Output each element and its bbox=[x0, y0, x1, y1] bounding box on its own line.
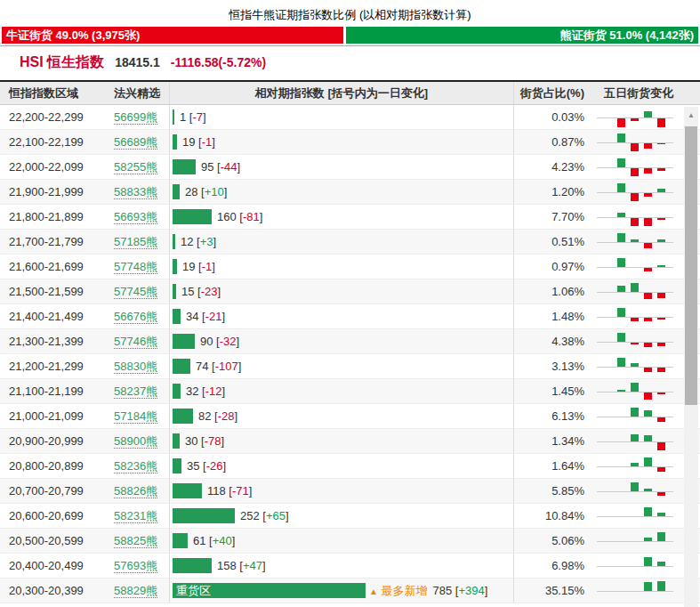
contracts-daily-change: +10 bbox=[205, 185, 224, 198]
five-day-change-cell bbox=[591, 255, 686, 279]
warrant-code-link[interactable]: 58231熊 bbox=[114, 509, 157, 523]
contracts-number: 12 bbox=[181, 235, 193, 248]
index-range-cell: 21,600-21,699 bbox=[0, 260, 114, 273]
five-day-spark-chart bbox=[604, 530, 672, 553]
warrant-code-link[interactable]: 58236熊 bbox=[114, 459, 157, 473]
spark-day-bar bbox=[644, 343, 652, 347]
warrant-code-cell: 58826熊 bbox=[114, 483, 169, 499]
table-body: 22,200-22,29956699熊1 [-7]0.03%22,100-22,… bbox=[0, 105, 700, 603]
street-pct-cell: 5.85% bbox=[514, 484, 591, 498]
warrant-code-link[interactable]: 57693熊 bbox=[114, 559, 157, 573]
spark-day-bar bbox=[631, 318, 639, 321]
warrant-code-link[interactable]: 58255熊 bbox=[114, 160, 157, 174]
contracts-number: 32 bbox=[186, 384, 198, 398]
warrant-code-link[interactable]: 58825熊 bbox=[114, 534, 157, 548]
spark-day-bar bbox=[631, 434, 639, 441]
index-range-cell: 21,500-21,599 bbox=[0, 285, 114, 298]
page-title: 恒指牛熊证期指张数比例 (以相对期指张数计算) bbox=[0, 7, 700, 23]
contracts-number: 1 bbox=[180, 110, 186, 124]
street-pct-cell: 1.48% bbox=[514, 310, 591, 323]
index-range-cell: 21,300-21,399 bbox=[0, 335, 114, 348]
five-day-change-cell bbox=[591, 380, 686, 403]
spark-day-bar bbox=[644, 243, 652, 248]
warrant-code-cell: 56689熊 bbox=[114, 134, 169, 150]
contracts-number: 19 bbox=[182, 135, 195, 149]
warrant-code-link[interactable]: 58830熊 bbox=[114, 360, 157, 374]
five-day-spark-chart bbox=[604, 455, 672, 478]
street-pct-cell: 0.97% bbox=[514, 260, 591, 273]
warrant-code-link[interactable]: 57185熊 bbox=[114, 235, 157, 249]
bear-ratio-label: 熊证街货 51.0% (4,142张) bbox=[560, 28, 694, 44]
contracts-value: 252 [+65] bbox=[240, 509, 289, 522]
warrant-code-link[interactable]: 57184熊 bbox=[114, 409, 157, 424]
warrant-code-link[interactable]: 56699熊 bbox=[114, 110, 157, 125]
spark-baseline bbox=[597, 242, 673, 243]
warrant-code-link[interactable]: 58237熊 bbox=[114, 384, 157, 399]
spark-day-bar bbox=[617, 213, 625, 217]
warrant-code-cell: 56693熊 bbox=[114, 209, 169, 225]
warrant-code-link[interactable]: 58826熊 bbox=[114, 484, 157, 498]
table-row: 21,000-21,09957184熊82 [-28]6.13% bbox=[0, 404, 700, 429]
contracts-number: 30 bbox=[185, 434, 197, 448]
warrant-distribution-page: 恒指牛熊证期指张数比例 (以相对期指张数计算) 牛证街货 49.0% (3,97… bbox=[0, 0, 700, 607]
spark-day-bar bbox=[657, 393, 665, 394]
contracts-daily-change: -71 bbox=[232, 484, 249, 498]
five-day-spark-chart bbox=[604, 430, 672, 453]
warrant-code-cell: 58231熊 bbox=[114, 508, 169, 524]
street-pct-cell: 1.34% bbox=[514, 434, 591, 448]
contracts-bar bbox=[173, 334, 195, 349]
scrollbar-thumb[interactable] bbox=[685, 126, 697, 405]
warrant-code-link[interactable]: 57746熊 bbox=[114, 335, 157, 349]
relative-contracts-cell: 158 [+47] bbox=[169, 554, 514, 578]
vertical-scrollbar[interactable]: ▲ bbox=[684, 107, 698, 607]
scroll-up-icon[interactable]: ▲ bbox=[684, 107, 698, 123]
index-range-cell: 20,900-20,999 bbox=[0, 434, 114, 448]
spark-day-bar bbox=[657, 417, 665, 422]
spark-day-bar bbox=[644, 582, 652, 591]
spark-day-bar bbox=[617, 158, 625, 167]
spark-day-bar bbox=[631, 193, 639, 201]
index-range-cell: 21,800-21,899 bbox=[0, 210, 114, 223]
contracts-value: 15 [-23] bbox=[181, 285, 221, 298]
street-pct-cell: 4.38% bbox=[514, 335, 591, 348]
five-day-spark-chart bbox=[604, 181, 672, 204]
warrant-code-link[interactable]: 58829熊 bbox=[114, 584, 157, 598]
contracts-number: 252 bbox=[240, 509, 260, 522]
warrant-code-cell: 56676熊 bbox=[114, 309, 169, 325]
spark-day-bar bbox=[631, 168, 639, 176]
warrant-code-link[interactable]: 56676熊 bbox=[114, 310, 157, 324]
table-row: 21,700-21,79957185熊12 [+3]0.51% bbox=[0, 230, 700, 255]
spark-day-bar bbox=[644, 111, 652, 117]
contracts-daily-change: +3 bbox=[200, 235, 213, 248]
contracts-value: 35 [-26] bbox=[187, 459, 226, 473]
warrant-code-link[interactable]: 57745熊 bbox=[114, 285, 157, 299]
warrant-code-cell: 58900熊 bbox=[114, 433, 169, 449]
warrant-code-link[interactable]: 58833熊 bbox=[114, 185, 157, 199]
table-row: 20,800-20,89958236熊35 [-26]1.64% bbox=[0, 454, 700, 479]
warrant-code-link[interactable]: 56693熊 bbox=[114, 210, 157, 224]
street-pct-cell: 3.13% bbox=[514, 360, 591, 373]
col-header-5day-change: 五日街货变化 bbox=[591, 85, 686, 101]
contracts-number: 785 bbox=[433, 584, 453, 597]
contracts-bar bbox=[173, 234, 175, 249]
warrant-code-cell: 57185熊 bbox=[114, 234, 169, 250]
table-row: 21,100-21,19958237熊32 [-12]1.45% bbox=[0, 379, 700, 404]
contracts-bar bbox=[173, 409, 193, 424]
warrant-code-cell: 58237熊 bbox=[114, 384, 169, 400]
most-added-label: ▲ 最多新增 bbox=[369, 583, 428, 599]
five-day-change-cell bbox=[591, 554, 686, 578]
warrant-code-link[interactable]: 57748熊 bbox=[114, 260, 157, 274]
relative-contracts-cell: 重货区▲ 最多新增785 [+394] bbox=[169, 579, 514, 603]
relative-contracts-cell: 160 [-81] bbox=[169, 205, 514, 229]
five-day-change-cell bbox=[591, 280, 686, 304]
spark-day-bar bbox=[631, 118, 639, 121]
contracts-number: 158 bbox=[217, 559, 237, 572]
five-day-spark-chart bbox=[604, 579, 672, 603]
warrant-code-cell: 57693熊 bbox=[114, 558, 169, 574]
warrant-code-link[interactable]: 56689熊 bbox=[114, 135, 157, 150]
five-day-change-cell bbox=[591, 579, 686, 603]
col-header-relative-contracts: 相对期指张数 [括号内为一日变化] bbox=[169, 82, 514, 104]
warrant-code-link[interactable]: 58900熊 bbox=[114, 434, 157, 449]
contracts-bar bbox=[173, 384, 181, 399]
index-change: -1116.58(-5.72%) bbox=[171, 55, 266, 69]
